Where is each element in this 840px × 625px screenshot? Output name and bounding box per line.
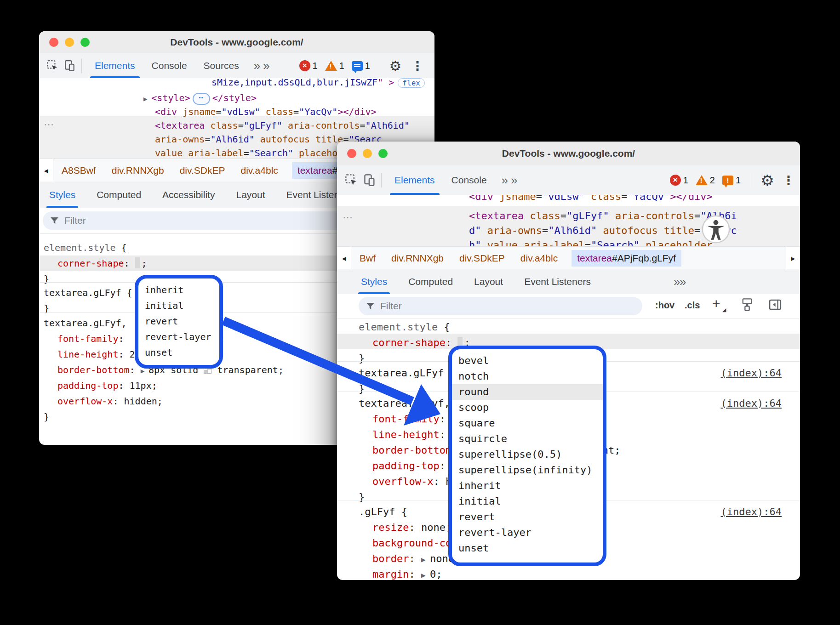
console-errors-badge[interactable]: ×1	[299, 60, 318, 71]
inspect-element-icon[interactable]	[344, 173, 358, 187]
panel-tab-styles[interactable]: Styles	[49, 182, 75, 208]
console-warnings-badge[interactable]: 1	[325, 61, 344, 71]
dom-line[interactable]: ▶ <style>⋯</style>	[143, 91, 257, 106]
source-link[interactable]: (index):64	[721, 396, 782, 411]
sidebar-toggle-icon[interactable]	[768, 298, 782, 314]
issues-badge[interactable]: !1	[722, 175, 741, 186]
panel-tab-styles[interactable]: Styles	[361, 269, 387, 294]
style-rule-line[interactable]: element.style {	[359, 320, 450, 335]
dropdown-option-square[interactable]: square	[452, 415, 603, 431]
rendering-emulation-icon[interactable]	[741, 298, 754, 314]
dropdown-option-round[interactable]: round	[452, 384, 603, 400]
dropdown-option-squircle[interactable]: squircle	[452, 431, 603, 447]
console-errors-badge[interactable]: ×1	[670, 175, 688, 186]
new-style-rule-dropdown-icon[interactable]: ◢	[722, 307, 726, 313]
style-rule-line[interactable]: font-family:	[372, 412, 451, 426]
dropdown-option-notch[interactable]: notch	[452, 369, 603, 384]
style-rule-line[interactable]: }	[44, 272, 49, 286]
breadcrumb-item-div.sdkep[interactable]: div.SDkEP	[459, 253, 505, 264]
dropdown-option-unset[interactable]: unset	[452, 540, 603, 556]
toggle-class-button[interactable]: .cls	[685, 300, 700, 311]
console-messages-badge[interactable]: 1	[352, 61, 370, 71]
dropdown-option-revert[interactable]: revert	[138, 313, 219, 329]
breadcrumb-item-div.a4blc[interactable]: div.a4blc	[241, 165, 278, 176]
style-rule-line[interactable]: padding-top: 11px;	[57, 379, 157, 392]
dom-line[interactable]: <textarea class="gLFyf" aria-controls="A…	[469, 209, 737, 223]
dropdown-option-superellipse(infinity)[interactable]: superellipse(infinity)	[452, 462, 603, 478]
breadcrumb-item-a8sbwf[interactable]: A8SBwf	[62, 165, 96, 176]
dropdown-option-revert[interactable]: revert	[452, 509, 603, 525]
dropdown-option-inherit[interactable]: inherit	[452, 478, 603, 494]
device-toolbar-icon[interactable]	[63, 59, 77, 73]
titlebar[interactable]: DevTools - www.google.com/	[337, 142, 800, 166]
dom-overflow-ellipsis[interactable]: ⋯	[44, 119, 54, 131]
device-toolbar-icon[interactable]	[363, 173, 377, 187]
dropdown-option-unset[interactable]: unset	[138, 345, 219, 360]
dom-line[interactable]: value aria-label="Search" placeholder	[155, 146, 360, 159]
source-link[interactable]: (index):64	[721, 505, 782, 519]
dropdown-option-superellipse(0.5)[interactable]: superellipse(0.5)	[452, 447, 603, 462]
dropdown-option-scoop[interactable]: scoop	[452, 400, 603, 415]
devtools-tab-elements[interactable]: Elements	[86, 53, 143, 78]
breadcrumb-item-div.rnnxgb[interactable]: div.RNNXgb	[112, 165, 164, 176]
dropdown-option-initial[interactable]: initial	[452, 494, 603, 509]
dom-line[interactable]: h" value aria-label="Search" placeholder	[469, 238, 713, 246]
panel-tab-accessibility[interactable]: Accessibility	[162, 182, 215, 208]
style-rule-line[interactable]: .gLFyf {	[359, 505, 407, 519]
breadcrumb-item-div.sdkep[interactable]: div.SDkEP	[180, 165, 225, 176]
expand-inline-icon[interactable]: ⋯	[193, 93, 210, 105]
style-rule-line[interactable]: textarea.gLFyf {	[44, 286, 132, 300]
breadcrumb-item-selected[interactable]: textarea#APjFqb.gLFyf	[571, 250, 681, 267]
breadcrumb-back-icon[interactable]: ◂	[337, 247, 351, 270]
style-rule-line[interactable]: margin: ▶ 0;	[372, 567, 442, 583]
style-rule-line[interactable]: corner-shape: ;	[57, 256, 147, 270]
style-rule-line[interactable]: textarea.gLFyf,	[44, 316, 132, 330]
dropdown-option-revert-layer[interactable]: revert-layer	[452, 525, 603, 540]
dropdown-option-bevel[interactable]: bevel	[452, 353, 603, 369]
panel-tab-event-listeners[interactable]: Event Listeners	[524, 269, 591, 294]
titlebar[interactable]: DevTools - www.google.com/	[39, 31, 434, 54]
kebab-menu-icon[interactable]: ⋮	[782, 173, 795, 187]
breadcrumb-forward-icon[interactable]: ▸	[786, 247, 800, 270]
new-style-rule-button[interactable]: +	[712, 296, 720, 312]
style-rule-line[interactable]: element.style {	[44, 241, 127, 255]
breadcrumb-item-div.a4blc[interactable]: div.a4blc	[520, 253, 558, 264]
kebab-menu-icon[interactable]: ⋮	[411, 59, 424, 73]
settings-gear-icon[interactable]: ⚙	[389, 59, 402, 73]
breadcrumb-back-icon[interactable]: ◂	[39, 159, 53, 182]
devtools-tab-elements[interactable]: Elements	[386, 165, 443, 195]
dropdown-option-inherit[interactable]: inherit	[138, 282, 219, 298]
style-rule-line[interactable]: }	[44, 301, 49, 315]
settings-gear-icon[interactable]: ⚙	[760, 173, 774, 187]
style-rule-line[interactable]: overflow-x: hidden;	[57, 394, 163, 408]
panel-tab-computed[interactable]: Computed	[408, 269, 453, 294]
style-rule-line[interactable]: }	[44, 410, 49, 424]
source-link[interactable]: (index):64	[721, 366, 782, 381]
dom-line[interactable]: sMize,input.dSsQLd,blur.jISwZF" >flex	[211, 78, 425, 90]
breadcrumb-item-div.rnnxgb[interactable]: div.RNNXgb	[391, 253, 444, 264]
accessibility-person-icon[interactable]	[702, 215, 730, 245]
panel-tab-computed[interactable]: Computed	[97, 182, 141, 208]
style-rule-line[interactable]: }	[359, 351, 365, 366]
style-rule-line[interactable]: border: ▶ none;	[372, 551, 460, 567]
panel-tab-layout[interactable]: Layout	[474, 269, 503, 294]
style-rule-line[interactable]: resize: none;	[372, 520, 451, 535]
dom-line[interactable]: <textarea class="gLFyf" aria-controls="A…	[155, 119, 410, 132]
style-rule-line[interactable]: }	[359, 490, 365, 505]
style-rule-line[interactable]: textarea.gLFyf {	[359, 366, 456, 381]
inspect-element-icon[interactable]	[46, 59, 59, 73]
console-warnings-badge[interactable]: 2	[696, 175, 715, 186]
style-rule-line[interactable]: textarea.gLFyf,	[359, 396, 456, 411]
toggle-hover-state-button[interactable]: :hov	[655, 300, 674, 311]
dom-line[interactable]: <div jsname="vdLsw" class="YacQv"></div>	[155, 105, 377, 119]
dropdown-option-initial[interactable]: initial	[138, 298, 219, 313]
dom-overflow-ellipsis[interactable]: ⋯	[343, 211, 353, 223]
style-rule-line[interactable]: }	[359, 381, 365, 396]
breadcrumb-item-bwf[interactable]: Bwf	[360, 253, 376, 264]
filter-input[interactable]: Filter	[359, 297, 642, 315]
devtools-tab-console[interactable]: Console	[143, 53, 195, 78]
dropdown-option-revert-layer[interactable]: revert-layer	[138, 329, 219, 345]
dom-line[interactable]: <div jsname="vdLsw" class="YacQv"></div>	[469, 195, 713, 204]
devtools-tab-console[interactable]: Console	[443, 165, 495, 195]
panel-tab-layout[interactable]: Layout	[236, 182, 265, 208]
